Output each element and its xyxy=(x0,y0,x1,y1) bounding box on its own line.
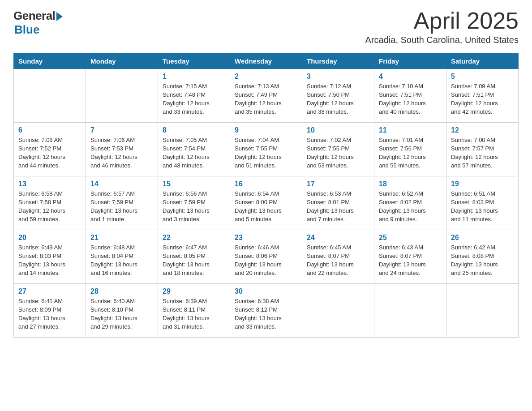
day-info: Sunrise: 6:38 AM Sunset: 8:12 PM Dayligh… xyxy=(235,297,297,331)
day-number: 6 xyxy=(18,126,81,134)
logo: General Blue xyxy=(13,9,63,37)
day-info: Sunrise: 7:00 AM Sunset: 7:57 PM Dayligh… xyxy=(451,136,514,170)
day-number: 30 xyxy=(235,287,297,295)
day-info: Sunrise: 7:06 AM Sunset: 7:53 PM Dayligh… xyxy=(90,136,153,170)
day-number: 18 xyxy=(379,180,442,188)
day-number: 28 xyxy=(90,287,153,295)
calendar-cell: 16Sunrise: 6:54 AM Sunset: 8:00 PM Dayli… xyxy=(230,176,302,230)
day-number: 11 xyxy=(379,126,442,134)
day-info: Sunrise: 6:53 AM Sunset: 8:01 PM Dayligh… xyxy=(307,190,369,223)
month-title: April 2025 xyxy=(365,9,519,32)
calendar-cell: 12Sunrise: 7:00 AM Sunset: 7:57 PM Dayli… xyxy=(446,123,519,176)
calendar-cell: 7Sunrise: 7:06 AM Sunset: 7:53 PM Daylig… xyxy=(86,123,158,176)
day-number: 9 xyxy=(235,126,297,134)
page-header: General Blue April 2025 Arcadia, South C… xyxy=(13,9,519,45)
day-info: Sunrise: 6:56 AM Sunset: 7:59 PM Dayligh… xyxy=(163,190,225,223)
calendar-cell: 15Sunrise: 6:56 AM Sunset: 7:59 PM Dayli… xyxy=(158,176,230,230)
calendar-cell xyxy=(86,69,158,123)
header-wednesday: Wednesday xyxy=(230,54,302,69)
day-number: 15 xyxy=(163,180,225,188)
calendar-cell: 10Sunrise: 7:02 AM Sunset: 7:55 PM Dayli… xyxy=(302,123,374,176)
logo-blue-text: Blue xyxy=(14,23,39,37)
day-info: Sunrise: 6:51 AM Sunset: 8:03 PM Dayligh… xyxy=(451,190,514,223)
day-number: 21 xyxy=(90,234,153,242)
day-info: Sunrise: 6:47 AM Sunset: 8:05 PM Dayligh… xyxy=(163,244,225,277)
day-number: 3 xyxy=(307,73,369,81)
calendar-cell: 4Sunrise: 7:10 AM Sunset: 7:51 PM Daylig… xyxy=(374,69,446,123)
day-number: 23 xyxy=(235,234,297,242)
day-info: Sunrise: 7:08 AM Sunset: 7:52 PM Dayligh… xyxy=(18,136,81,170)
header-thursday: Thursday xyxy=(302,54,374,69)
header-friday: Friday xyxy=(374,54,446,69)
calendar-week-4: 20Sunrise: 6:49 AM Sunset: 8:03 PM Dayli… xyxy=(14,230,519,284)
calendar-cell: 25Sunrise: 6:43 AM Sunset: 8:07 PM Dayli… xyxy=(374,230,446,284)
day-info: Sunrise: 6:39 AM Sunset: 8:11 PM Dayligh… xyxy=(163,297,225,331)
day-info: Sunrise: 7:15 AM Sunset: 7:48 PM Dayligh… xyxy=(163,82,225,116)
day-number: 22 xyxy=(163,234,225,242)
day-number: 25 xyxy=(379,234,442,242)
logo-general-text: General xyxy=(13,9,55,23)
day-info: Sunrise: 6:45 AM Sunset: 8:07 PM Dayligh… xyxy=(307,244,369,277)
title-area: April 2025 Arcadia, South Carolina, Unit… xyxy=(365,9,519,45)
day-number: 5 xyxy=(451,73,514,81)
calendar-cell: 22Sunrise: 6:47 AM Sunset: 8:05 PM Dayli… xyxy=(158,230,230,284)
calendar-cell: 17Sunrise: 6:53 AM Sunset: 8:01 PM Dayli… xyxy=(302,176,374,230)
calendar-cell: 11Sunrise: 7:01 AM Sunset: 7:56 PM Dayli… xyxy=(374,123,446,176)
calendar-cell: 24Sunrise: 6:45 AM Sunset: 8:07 PM Dayli… xyxy=(302,230,374,284)
day-info: Sunrise: 7:09 AM Sunset: 7:51 PM Dayligh… xyxy=(451,82,514,116)
day-number: 2 xyxy=(235,73,297,81)
calendar-cell: 5Sunrise: 7:09 AM Sunset: 7:51 PM Daylig… xyxy=(446,69,519,123)
day-number: 19 xyxy=(451,180,514,188)
day-number: 27 xyxy=(18,287,81,295)
day-number: 12 xyxy=(451,126,514,134)
calendar-cell xyxy=(446,284,519,338)
header-sunday: Sunday xyxy=(14,54,86,69)
day-number: 13 xyxy=(18,180,81,188)
day-info: Sunrise: 6:43 AM Sunset: 8:07 PM Dayligh… xyxy=(379,244,442,277)
calendar-cell: 19Sunrise: 6:51 AM Sunset: 8:03 PM Dayli… xyxy=(446,176,519,230)
calendar-cell: 23Sunrise: 6:46 AM Sunset: 8:06 PM Dayli… xyxy=(230,230,302,284)
calendar-cell: 2Sunrise: 7:13 AM Sunset: 7:49 PM Daylig… xyxy=(230,69,302,123)
day-number: 17 xyxy=(307,180,369,188)
day-number: 29 xyxy=(163,287,225,295)
day-info: Sunrise: 6:48 AM Sunset: 8:04 PM Dayligh… xyxy=(90,244,153,277)
calendar-cell: 8Sunrise: 7:05 AM Sunset: 7:54 PM Daylig… xyxy=(158,123,230,176)
calendar-cell: 27Sunrise: 6:41 AM Sunset: 8:09 PM Dayli… xyxy=(14,284,86,338)
day-number: 14 xyxy=(90,180,153,188)
calendar-cell: 6Sunrise: 7:08 AM Sunset: 7:52 PM Daylig… xyxy=(14,123,86,176)
calendar-cell: 26Sunrise: 6:42 AM Sunset: 8:08 PM Dayli… xyxy=(446,230,519,284)
calendar-cell: 3Sunrise: 7:12 AM Sunset: 7:50 PM Daylig… xyxy=(302,69,374,123)
calendar-cell xyxy=(302,284,374,338)
day-info: Sunrise: 6:52 AM Sunset: 8:02 PM Dayligh… xyxy=(379,190,442,223)
calendar-week-5: 27Sunrise: 6:41 AM Sunset: 8:09 PM Dayli… xyxy=(14,284,519,338)
day-info: Sunrise: 6:40 AM Sunset: 8:10 PM Dayligh… xyxy=(90,297,153,331)
day-info: Sunrise: 7:04 AM Sunset: 7:55 PM Dayligh… xyxy=(235,136,297,170)
logo-triangle-icon xyxy=(56,12,63,21)
calendar-cell: 14Sunrise: 6:57 AM Sunset: 7:59 PM Dayli… xyxy=(86,176,158,230)
day-info: Sunrise: 7:13 AM Sunset: 7:49 PM Dayligh… xyxy=(235,82,297,116)
header-row: SundayMondayTuesdayWednesdayThursdayFrid… xyxy=(14,54,519,69)
day-number: 24 xyxy=(307,234,369,242)
day-info: Sunrise: 6:57 AM Sunset: 7:59 PM Dayligh… xyxy=(90,190,153,223)
day-number: 8 xyxy=(163,126,225,134)
calendar-week-1: 1Sunrise: 7:15 AM Sunset: 7:48 PM Daylig… xyxy=(14,69,519,123)
day-number: 4 xyxy=(379,73,442,81)
header-tuesday: Tuesday xyxy=(158,54,230,69)
calendar-cell: 30Sunrise: 6:38 AM Sunset: 8:12 PM Dayli… xyxy=(230,284,302,338)
day-info: Sunrise: 6:49 AM Sunset: 8:03 PM Dayligh… xyxy=(18,244,81,277)
calendar-cell: 13Sunrise: 6:58 AM Sunset: 7:58 PM Dayli… xyxy=(14,176,86,230)
day-number: 20 xyxy=(18,234,81,242)
day-info: Sunrise: 7:05 AM Sunset: 7:54 PM Dayligh… xyxy=(163,136,225,170)
calendar-cell: 1Sunrise: 7:15 AM Sunset: 7:48 PM Daylig… xyxy=(158,69,230,123)
calendar-cell xyxy=(374,284,446,338)
calendar-cell: 28Sunrise: 6:40 AM Sunset: 8:10 PM Dayli… xyxy=(86,284,158,338)
calendar-cell xyxy=(14,69,86,123)
day-info: Sunrise: 7:01 AM Sunset: 7:56 PM Dayligh… xyxy=(379,136,442,170)
day-info: Sunrise: 6:46 AM Sunset: 8:06 PM Dayligh… xyxy=(235,244,297,277)
day-info: Sunrise: 6:54 AM Sunset: 8:00 PM Dayligh… xyxy=(235,190,297,223)
day-number: 1 xyxy=(163,73,225,81)
calendar-cell: 9Sunrise: 7:04 AM Sunset: 7:55 PM Daylig… xyxy=(230,123,302,176)
day-info: Sunrise: 7:12 AM Sunset: 7:50 PM Dayligh… xyxy=(307,82,369,116)
calendar-table: SundayMondayTuesdayWednesdayThursdayFrid… xyxy=(13,53,519,338)
day-info: Sunrise: 7:10 AM Sunset: 7:51 PM Dayligh… xyxy=(379,82,442,116)
